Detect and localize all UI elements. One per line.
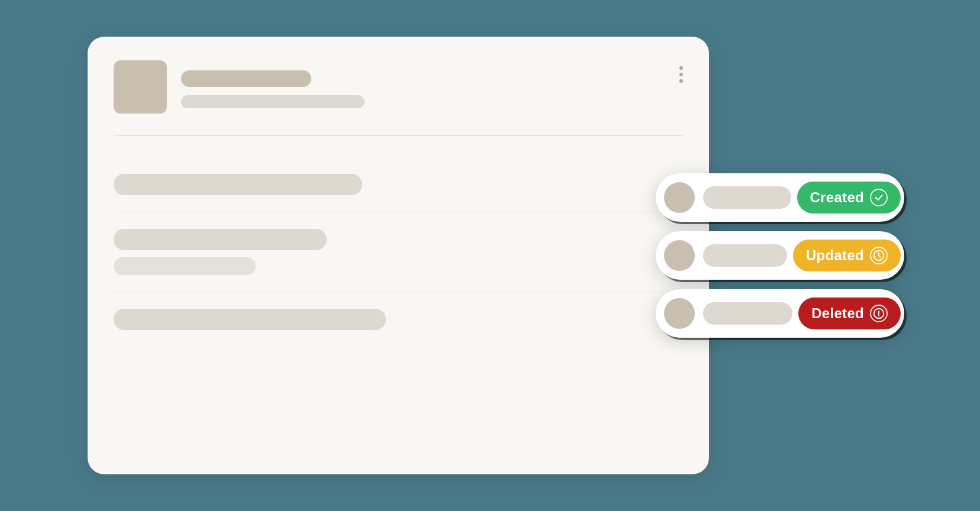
row3-pill-long	[114, 309, 386, 330]
created-content-pill	[703, 186, 791, 209]
updated-badge: Updated	[793, 240, 901, 271]
subtitle-pill	[181, 95, 365, 108]
deleted-badge: Deleted	[798, 297, 901, 329]
header-left	[114, 60, 365, 114]
status-cards-container: Created Updated	[656, 173, 904, 338]
title-pill	[181, 70, 311, 87]
scene: Created Updated	[76, 25, 904, 486]
avatar	[114, 60, 167, 114]
content-row-3	[114, 292, 683, 347]
deleted-avatar-dot	[664, 298, 695, 329]
content-rows	[114, 157, 683, 347]
updated-badge-label: Updated	[806, 247, 864, 264]
deleted-content-pill	[703, 302, 792, 325]
main-card	[88, 37, 709, 474]
created-avatar-dot	[664, 182, 695, 213]
header-row	[114, 60, 683, 114]
created-badge-label: Created	[810, 189, 864, 206]
updated-avatar-dot	[664, 240, 695, 271]
more-options-button[interactable]	[679, 60, 683, 83]
status-card-deleted: Deleted	[656, 289, 904, 338]
row2-pill-short	[114, 257, 256, 275]
created-badge: Created	[797, 182, 901, 214]
content-row-1	[114, 157, 683, 212]
deleted-badge-label: Deleted	[811, 305, 864, 322]
checkmark-icon	[870, 189, 888, 206]
content-row-2	[114, 212, 683, 292]
status-card-created: Created	[656, 173, 904, 222]
row2-pill-long	[114, 229, 327, 250]
header-divider	[114, 135, 683, 136]
row1-pill-long	[114, 174, 362, 195]
alert-icon	[870, 305, 888, 322]
header-text	[181, 66, 365, 108]
status-card-updated: Updated	[656, 231, 904, 280]
dot-2	[679, 73, 683, 76]
dot-1	[679, 66, 683, 70]
updated-content-pill	[703, 244, 787, 267]
clock-icon	[870, 247, 888, 264]
dot-3	[679, 79, 683, 83]
svg-point-2	[878, 315, 879, 316]
